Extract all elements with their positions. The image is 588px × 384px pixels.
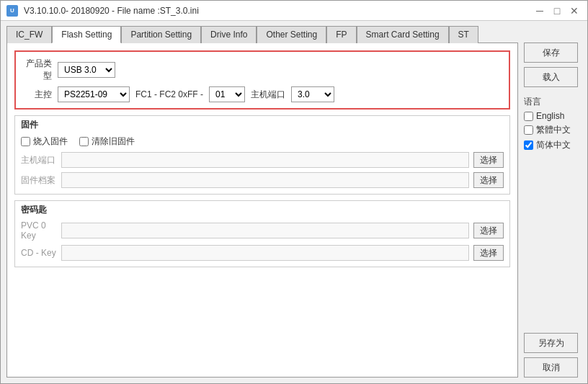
tab-bar: IC_FW Flash Setting Partition Setting Dr… — [1, 21, 587, 43]
lang-simplified-label[interactable]: 简体中文 — [524, 139, 582, 151]
minimize-button[interactable]: ─ — [533, 4, 547, 18]
password-section: 密码匙 PVC 0 Key 选择 CD - Key 选择 — [14, 200, 510, 267]
product-section: 产品类型 USB 3.0 USB 2.0 主控 PS2251-09 PS2251… — [14, 50, 510, 110]
close-button[interactable]: ✕ — [567, 4, 582, 18]
lang-simplified-checkbox[interactable] — [524, 140, 533, 150]
host-port-field-row: 主机端口 选择 — [21, 152, 504, 168]
save-as-button[interactable]: 另存为 — [524, 333, 578, 353]
product-type-row: 产品类型 USB 3.0 USB 2.0 — [22, 58, 503, 82]
firmware-checkbox-row: 烧入固件 清除旧固件 — [21, 135, 504, 148]
firmware-section: 固件 烧入固件 清除旧固件 主机端口 — [14, 115, 510, 195]
host-port-field-label: 主机端口 — [21, 154, 57, 166]
firmware-file-label: 固件档案 — [21, 174, 57, 187]
maximize-button[interactable]: □ — [550, 4, 564, 18]
pvc-input[interactable] — [61, 223, 469, 238]
window-title: V3.10.10.0- 20180920 - File name :ST_3.0… — [24, 6, 199, 16]
tab-ic-fw[interactable]: IC_FW — [6, 26, 52, 43]
lang-english-checkbox[interactable] — [524, 112, 533, 121]
main-ctrl-select[interactable]: PS2251-09 PS2251-07 — [58, 86, 130, 102]
clear-firmware-checkbox[interactable] — [79, 137, 89, 146]
clear-firmware-checkbox-label[interactable]: 清除旧固件 — [79, 135, 135, 148]
cd-input[interactable] — [61, 245, 469, 261]
title-bar: U V3.10.10.0- 20180920 - File name :ST_3… — [1, 1, 587, 21]
burn-firmware-label: 烧入固件 — [33, 135, 68, 148]
main-area: 产品类型 USB 3.0 USB 2.0 主控 PS2251-09 PS2251… — [1, 43, 587, 383]
cd-field-row: CD - Key 选择 — [21, 245, 504, 261]
lang-title: 语言 — [524, 96, 582, 108]
pvc-label: PVC 0 Key — [21, 220, 57, 241]
burn-firmware-checkbox[interactable] — [21, 137, 30, 146]
load-button[interactable]: 载入 — [524, 67, 578, 87]
lang-traditional-text: 繁體中文 — [536, 124, 571, 136]
main-ctrl-label: 主控 — [22, 89, 52, 101]
host-port-label: 主机端口 — [251, 89, 285, 101]
tab-drive-info[interactable]: Drive Info — [201, 26, 257, 43]
fc-select[interactable]: 01 02 — [209, 86, 245, 102]
host-port-input[interactable] — [61, 152, 469, 168]
save-button[interactable]: 保存 — [524, 43, 578, 63]
lang-english-label[interactable]: English — [524, 111, 582, 121]
fc-label: FC1 - FC2 0xFF - — [135, 89, 203, 99]
language-section: 语言 English 繁體中文 简体中文 — [524, 96, 582, 154]
pvc-field-row: PVC 0 Key 选择 — [21, 220, 504, 241]
product-type-select[interactable]: USB 3.0 USB 2.0 — [58, 62, 115, 78]
firmware-title: 固件 — [15, 116, 509, 133]
password-title: 密码匙 — [15, 201, 509, 218]
lang-simplified-text: 简体中文 — [536, 139, 571, 151]
password-content: PVC 0 Key 选择 CD - Key 选择 — [15, 218, 509, 267]
lang-traditional-label[interactable]: 繁體中文 — [524, 124, 582, 136]
pvc-select-btn[interactable]: 选择 — [473, 223, 504, 238]
product-type-label: 产品类型 — [22, 58, 52, 82]
burn-firmware-checkbox-label[interactable]: 烧入固件 — [21, 135, 68, 148]
firmware-file-input[interactable] — [61, 172, 469, 188]
host-port-select[interactable]: 3.0 2.0 — [291, 86, 334, 102]
cancel-button[interactable]: 取消 — [524, 357, 578, 378]
firmware-file-select-btn[interactable]: 选择 — [473, 172, 504, 188]
left-panel: 产品类型 USB 3.0 USB 2.0 主控 PS2251-09 PS2251… — [6, 43, 518, 378]
lang-english-text: English — [536, 111, 564, 121]
main-window: U V3.10.10.0- 20180920 - File name :ST_3… — [0, 0, 588, 384]
firmware-file-field-row: 固件档案 选择 — [21, 172, 504, 188]
cd-label: CD - Key — [21, 248, 57, 258]
main-ctrl-row: 主控 PS2251-09 PS2251-07 FC1 - FC2 0xFF - … — [22, 86, 503, 102]
right-panel: 保存 载入 语言 English 繁體中文 简体中文 另存为 取消 — [524, 43, 582, 378]
title-bar-left: U V3.10.10.0- 20180920 - File name :ST_3… — [6, 5, 199, 17]
host-port-select-btn[interactable]: 选择 — [473, 152, 504, 168]
tab-smart-card-setting[interactable]: Smart Card Setting — [357, 26, 449, 43]
firmware-content: 烧入固件 清除旧固件 主机端口 选择 固件档案 — [15, 133, 509, 194]
tab-fp[interactable]: FP — [326, 26, 356, 43]
tab-st[interactable]: ST — [449, 26, 478, 43]
title-bar-controls: ─ □ ✕ — [533, 4, 582, 18]
tab-flash-setting[interactable]: Flash Setting — [52, 26, 121, 43]
clear-firmware-label: 清除旧固件 — [92, 135, 135, 148]
lang-traditional-checkbox[interactable] — [524, 125, 533, 135]
tab-partition-setting[interactable]: Partition Setting — [121, 26, 201, 43]
app-icon: U — [6, 5, 18, 17]
tab-other-setting[interactable]: Other Setting — [257, 26, 326, 43]
cd-select-btn[interactable]: 选择 — [473, 245, 504, 261]
